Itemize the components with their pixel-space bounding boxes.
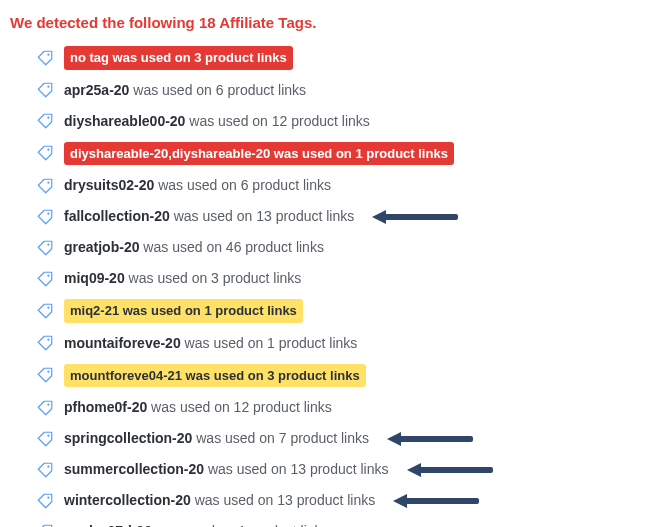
- svg-point-0: [47, 53, 49, 55]
- tag-usage: was used on 7 product links: [192, 430, 369, 446]
- tag-label: summercollection-20 was used on 13 produ…: [64, 459, 389, 480]
- svg-point-13: [47, 465, 49, 467]
- tag-row: mountforeve04-21 was used on 3 product l…: [36, 359, 654, 393]
- tag-icon: [36, 81, 54, 99]
- tag-content: mountaiforeve-20 was used on 1 product l…: [64, 333, 357, 354]
- tag-label: diyshareable00-20 was used on 12 product…: [64, 111, 370, 132]
- tag-icon: [36, 208, 54, 226]
- tag-icon: [36, 239, 54, 257]
- tag-icon: [36, 49, 54, 67]
- tag-icon: [36, 270, 54, 288]
- tag-icon: [36, 302, 54, 320]
- tag-content: apr25a-20 was used on 6 product links: [64, 80, 306, 101]
- tag-badge-error: diyshareable-20,diyshareable-20 was used…: [64, 142, 454, 166]
- tag-usage: was used on 12 product links: [185, 113, 369, 129]
- svg-point-11: [47, 403, 49, 405]
- tag-content: pfhome0f-20 was used on 12 product links: [64, 397, 332, 418]
- tag-row: miq09-20 was used on 3 product links: [36, 263, 654, 294]
- annotation-arrow-icon: [407, 465, 493, 475]
- tag-name: fallcollection-20: [64, 208, 170, 224]
- svg-point-12: [47, 434, 49, 436]
- svg-point-10: [47, 371, 49, 373]
- tag-usage: was used on 1 product links: [152, 523, 329, 527]
- tag-icon: [36, 177, 54, 195]
- tag-usage: was used on 13 product links: [170, 208, 354, 224]
- tag-icon: [36, 112, 54, 130]
- tag-usage: was used on 13 product links: [204, 461, 388, 477]
- tag-icon: [36, 399, 54, 417]
- tag-label: mountaiforeve-20 was used on 1 product l…: [64, 333, 357, 354]
- tag-name: miq2-21: [70, 303, 119, 318]
- tag-row: fallcollection-20 was used on 13 product…: [36, 201, 654, 232]
- annotation-arrow-icon: [393, 496, 479, 506]
- svg-point-5: [47, 212, 49, 214]
- tag-usage: was used on 1 product links: [119, 303, 297, 318]
- tag-row: wintercollection-20 was used on 13 produ…: [36, 485, 654, 516]
- tag-label: greatjob-20 was used on 46 product links: [64, 237, 324, 258]
- tag-label: workw07d-20 was used on 1 product links: [64, 521, 329, 527]
- tag-name: pfhome0f-20: [64, 399, 147, 415]
- tag-name: diyshareable-20,diyshareable-20: [70, 146, 270, 161]
- tag-row: mountaiforeve-20 was used on 1 product l…: [36, 328, 654, 359]
- tag-content: summercollection-20 was used on 13 produ…: [64, 459, 389, 480]
- tag-row: workw07d-20 was used on 1 product links: [36, 516, 654, 527]
- annotation-arrow-icon: [372, 212, 458, 222]
- tag-label: miq09-20 was used on 3 product links: [64, 268, 301, 289]
- tag-content: miq2-21 was used on 1 product links: [64, 299, 303, 323]
- tag-icon: [36, 492, 54, 510]
- annotation-arrow-icon: [387, 434, 473, 444]
- tag-row: no tag was used on 3 product links: [36, 41, 654, 75]
- tag-row: drysuits02-20 was used on 6 product link…: [36, 170, 654, 201]
- tag-label: pfhome0f-20 was used on 12 product links: [64, 397, 332, 418]
- tag-row: greatjob-20 was used on 46 product links: [36, 232, 654, 263]
- svg-point-14: [47, 496, 49, 498]
- tag-usage: was used on 3 product links: [182, 368, 360, 383]
- tag-label: fallcollection-20 was used on 13 product…: [64, 206, 354, 227]
- tag-badge-warning: mountforeve04-21 was used on 3 product l…: [64, 364, 366, 388]
- tag-content: no tag was used on 3 product links: [64, 46, 293, 70]
- tag-content: fallcollection-20 was used on 13 product…: [64, 206, 354, 227]
- tag-usage: was used on 13 product links: [191, 492, 375, 508]
- tag-name: mountforeve04-21: [70, 368, 182, 383]
- tag-name: wintercollection-20: [64, 492, 191, 508]
- tag-badge-warning: miq2-21 was used on 1 product links: [64, 299, 303, 323]
- svg-point-2: [47, 117, 49, 119]
- tag-name: diyshareable00-20: [64, 113, 185, 129]
- tag-name: drysuits02-20: [64, 177, 154, 193]
- affiliate-tag-list: no tag was used on 3 product links apr25…: [10, 41, 654, 527]
- tag-name: springcollection-20: [64, 430, 192, 446]
- tag-usage: was used on 12 product links: [147, 399, 331, 415]
- tag-usage: was used on 3 product links: [109, 50, 287, 65]
- tag-icon: [36, 430, 54, 448]
- tag-name: workw07d-20: [64, 523, 152, 527]
- tag-usage: was used on 3 product links: [125, 270, 302, 286]
- svg-point-3: [47, 149, 49, 151]
- tag-content: wintercollection-20 was used on 13 produ…: [64, 490, 375, 511]
- tag-label: drysuits02-20 was used on 6 product link…: [64, 175, 331, 196]
- svg-point-8: [47, 306, 49, 308]
- svg-point-6: [47, 243, 49, 245]
- tag-row: miq2-21 was used on 1 product links: [36, 294, 654, 328]
- tag-content: mountforeve04-21 was used on 3 product l…: [64, 364, 366, 388]
- svg-point-9: [47, 339, 49, 341]
- tag-row: diyshareable00-20 was used on 12 product…: [36, 106, 654, 137]
- tag-name: mountaiforeve-20: [64, 335, 181, 351]
- tag-usage: was used on 1 product links: [181, 335, 358, 351]
- tag-label: springcollection-20 was used on 7 produc…: [64, 428, 369, 449]
- tag-content: drysuits02-20 was used on 6 product link…: [64, 175, 331, 196]
- svg-point-7: [47, 274, 49, 276]
- tag-name: no tag: [70, 50, 109, 65]
- tag-row: diyshareable-20,diyshareable-20 was used…: [36, 137, 654, 171]
- tag-row: pfhome0f-20 was used on 12 product links: [36, 392, 654, 423]
- tag-badge-error: no tag was used on 3 product links: [64, 46, 293, 70]
- svg-point-1: [47, 86, 49, 88]
- tag-usage: was used on 6 product links: [154, 177, 331, 193]
- tag-content: greatjob-20 was used on 46 product links: [64, 237, 324, 258]
- tag-label: apr25a-20 was used on 6 product links: [64, 80, 306, 101]
- tag-content: diyshareable-20,diyshareable-20 was used…: [64, 142, 454, 166]
- tag-usage: was used on 6 product links: [129, 82, 306, 98]
- tag-usage: was used on 1 product links: [270, 146, 448, 161]
- tag-row: summercollection-20 was used on 13 produ…: [36, 454, 654, 485]
- tag-content: miq09-20 was used on 3 product links: [64, 268, 301, 289]
- tag-icon: [36, 366, 54, 384]
